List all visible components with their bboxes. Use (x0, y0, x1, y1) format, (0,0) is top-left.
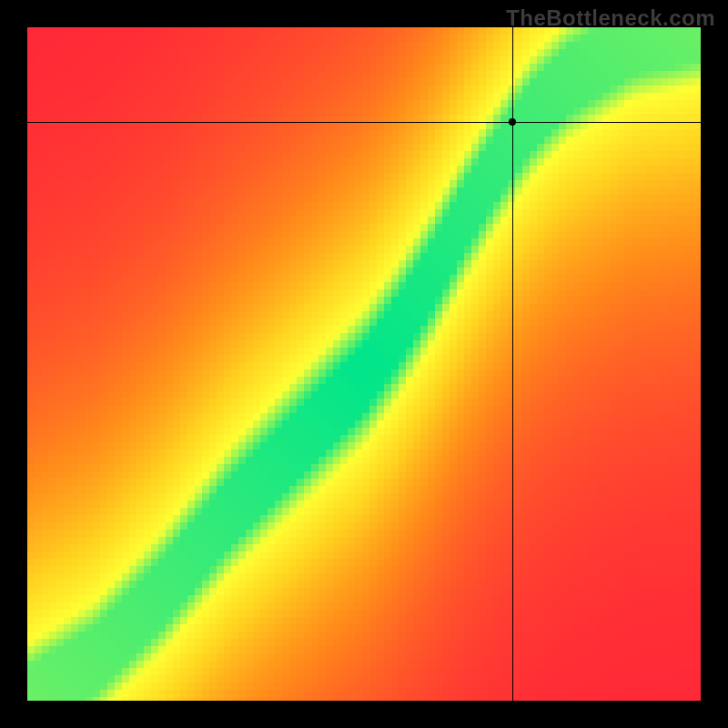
chart-frame: TheBottleneck.com (0, 0, 728, 728)
crosshair-vertical (512, 27, 513, 701)
plot-area (27, 27, 701, 701)
crosshair-horizontal (27, 122, 701, 123)
heatmap-canvas (27, 27, 701, 701)
crosshair-point (509, 118, 516, 126)
